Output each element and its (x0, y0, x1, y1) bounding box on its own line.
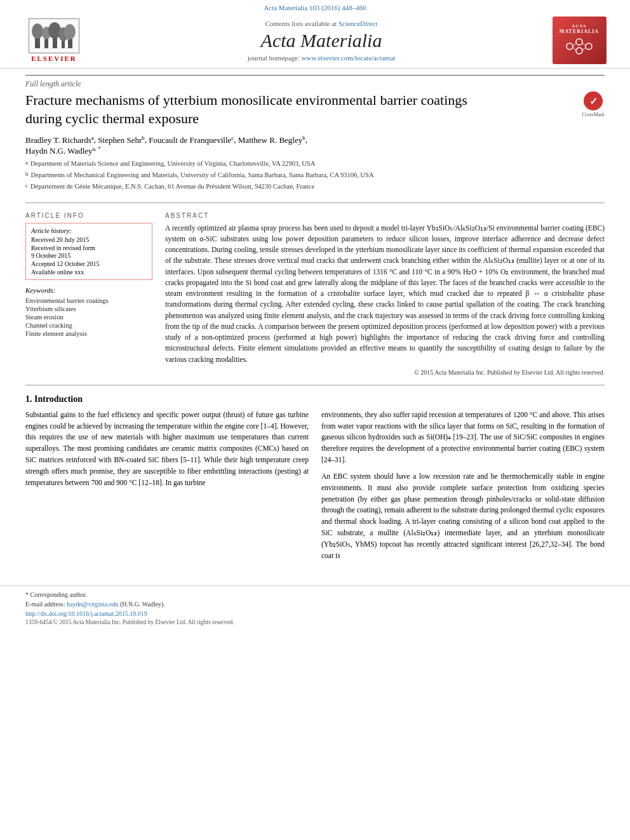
sciencedirect-link[interactable]: ScienceDirect (338, 20, 378, 27)
journal-citation-bar: Acta Materialia 103 (2016) 448–460 (0, 0, 630, 13)
intro-label: Introduction (34, 394, 83, 404)
svg-point-10 (566, 43, 573, 50)
svg-line-15 (582, 43, 586, 46)
article-title: Fracture mechanisms of ytterbium monosil… (25, 91, 489, 128)
email-person: (H.N.G. Wadley). (120, 601, 165, 608)
svg-point-11 (576, 39, 582, 45)
article-info-col: ARTICLE INFO Article history: Received 2… (25, 212, 152, 376)
article-type: Full length article (25, 75, 605, 89)
homepage-text: journal homepage: www.elsevier.com/locat… (108, 54, 535, 62)
copyright-line: © 2015 Acta Materialia Inc. Published by… (165, 369, 605, 376)
received-date: Received 20 July 2015 (31, 236, 147, 243)
article-body: Full length article Fracture mechanisms … (0, 69, 630, 573)
crossmark-badge: ✓ CrossMark (582, 91, 605, 117)
author-1-sup: a (91, 134, 94, 140)
title-crossmark-row: Fracture mechanisms of ytterbium monosil… (25, 91, 605, 134)
accepted-date: Accepted 12 October 2015 (31, 260, 147, 267)
page: Acta Materialia 103 (2016) 448–460 EL (0, 0, 630, 840)
svg-line-17 (573, 48, 576, 50)
doi-link[interactable]: http://dx.doi.org/10.1016/j.actamat.2015… (25, 610, 147, 617)
crossmark-icon: ✓ (584, 91, 603, 110)
divider-1 (25, 203, 605, 203)
email-line: E-mail address: haydn@virginia.edu (H.N.… (25, 601, 605, 608)
intro-para3: An EBC system should have a low recessio… (321, 471, 605, 562)
bottom-footer: 1359-6454/© 2015 Acta Materialia Inc. Pu… (25, 619, 605, 625)
author-5: Haydn N.G. Wadleya, * (25, 146, 101, 156)
intro-two-col: Substantial gains to the fuel efficiency… (25, 410, 605, 567)
author-3-sup: c (231, 134, 234, 140)
footer-area: * Corresponding author. E-mail address: … (0, 585, 630, 630)
revised-label: Received in revised form (31, 244, 147, 251)
abstract-col: ABSTRACT A recently optimized air plasma… (165, 212, 605, 376)
history-label: Article history: (31, 227, 147, 234)
author-1: Bradley T. Richardsa (25, 135, 94, 145)
elsevier-label: ELSEVIER (31, 55, 77, 62)
keywords-label: Keywords: (25, 286, 152, 294)
homepage-url[interactable]: www.elsevier.com/locate/actamat (302, 54, 396, 62)
intro-title: 1. Introduction (25, 394, 605, 404)
intro-para1: Substantial gains to the fuel efficiency… (25, 410, 309, 489)
article-history-box: Article history: Received 20 July 2015 R… (25, 223, 152, 280)
two-col-section: ARTICLE INFO Article history: Received 2… (25, 212, 605, 376)
keyword-4: Channel cracking (25, 321, 152, 330)
acta-logo-container: ACTA MATERIALIA (547, 17, 611, 64)
author-4: Matthew R. Begleyb (238, 135, 305, 145)
affiliations: a Department of Materials Science and En… (25, 159, 605, 194)
keyword-3: Steam erosion (25, 313, 152, 321)
abstract-text: A recently optimized air plasma spray pr… (165, 223, 605, 365)
affil-3: c Département de Génie Mécanique, E.N.S.… (25, 182, 605, 193)
title-area: Fracture mechanisms of ytterbium monosil… (25, 91, 605, 134)
revised-date: 9 October 2015 (31, 252, 147, 259)
email-link[interactable]: haydn@virginia.edu (67, 601, 119, 608)
intro-para2: environments, they also suffer rapid rec… (321, 410, 605, 466)
keywords-section: Keywords: Environmental barrier coatings… (25, 286, 152, 338)
journal-title: Acta Materialia (108, 30, 535, 51)
svg-line-16 (582, 48, 586, 50)
crossmark-text: CrossMark (582, 112, 605, 117)
elsevier-logo-container: ELSEVIER (13, 18, 95, 62)
intro-section: 1. Introduction Substantial gains to the… (25, 394, 605, 567)
author-4-sup: b (302, 134, 305, 140)
keyword-1: Environmental barrier coatings (25, 297, 152, 305)
svg-point-12 (586, 43, 592, 50)
sciencedirect-text: Contents lists available at ScienceDirec… (108, 20, 535, 27)
doi-line: http://dx.doi.org/10.1016/j.actamat.2015… (25, 610, 605, 617)
author-5-sup: a, * (93, 145, 101, 152)
svg-line-14 (573, 43, 576, 46)
author-3: Foucault de Franquevillec (149, 135, 234, 145)
elsevier-tree-icon (29, 18, 79, 53)
abstract-header: ABSTRACT (165, 212, 605, 219)
journal-citation: Acta Materialia 103 (2016) 448–460 (264, 4, 366, 11)
journal-header: ELSEVIER Contents lists available at Sci… (0, 13, 630, 69)
svg-point-9 (64, 24, 76, 39)
affil-1: a Department of Materials Science and En… (25, 159, 605, 170)
journal-header-center: Contents lists available at ScienceDirec… (95, 20, 547, 62)
keyword-5: Finite element analysis (25, 330, 152, 338)
divider-2 (25, 385, 605, 385)
affil-2: b Departments of Mechanical Engineering … (25, 170, 605, 182)
keyword-2: Ytterbium silicates (25, 305, 152, 313)
intro-left-col: Substantial gains to the fuel efficiency… (25, 410, 309, 567)
corresponding-note: * Corresponding author. (25, 591, 605, 598)
svg-point-13 (576, 48, 582, 54)
article-info-header: ARTICLE INFO (25, 212, 152, 219)
acta-materialia-logo: ACTA MATERIALIA (553, 17, 607, 64)
intro-right-col: environments, they also suffer rapid rec… (321, 410, 605, 567)
available-online: Available online xxx (31, 269, 147, 276)
intro-num: 1. (25, 394, 32, 404)
author-2-sup: b (142, 134, 145, 140)
author-2: Stephen Sehrb (98, 135, 144, 145)
svg-point-1 (32, 23, 43, 39)
authors-line: Bradley T. Richardsa, Stephen Sehrb, Fou… (25, 134, 605, 156)
